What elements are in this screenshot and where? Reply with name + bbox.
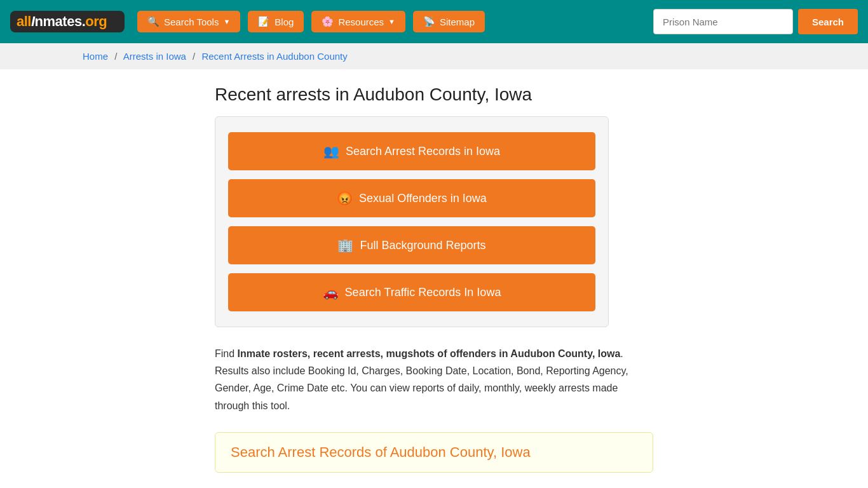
traffic-records-label: Search Traffic Records In Iowa — [345, 286, 501, 299]
site-logo[interactable]: allInmates.org — [10, 11, 125, 32]
sitemap-button[interactable]: 📡 Sitemap — [413, 11, 485, 32]
header-search-area: Search — [653, 9, 858, 34]
breadcrumb: Home / Arrests in Iowa / Recent Arrests … — [0, 43, 868, 69]
logo-text: allInmates.org — [17, 13, 107, 30]
main-content: Recent arrests in Audubon County, Iowa 👥… — [132, 69, 736, 488]
breadcrumb-current: Recent Arrests in Audubon County — [201, 51, 347, 62]
action-btn-traffic-records[interactable]: 🚗Search Traffic Records In Iowa — [228, 273, 595, 311]
sexual-offenders-icon: 😡 — [337, 191, 353, 206]
description-bold: Inmate rosters, recent arrests, mugshots… — [238, 348, 621, 359]
resources-label: Resources — [338, 17, 384, 27]
action-btn-sexual-offenders[interactable]: 😡Sexual Offenders in Iowa — [228, 179, 595, 217]
background-reports-icon: 🏢 — [337, 238, 353, 253]
search-records-title: Search Arrest Records of Audubon County,… — [231, 444, 637, 461]
resources-icon: 🌸 — [322, 16, 334, 27]
header-search-button[interactable]: Search — [798, 9, 858, 34]
arrest-records-icon: 👥 — [323, 144, 339, 159]
search-tools-button[interactable]: 🔍 Search Tools ▼ — [137, 11, 240, 32]
blog-label: Blog — [275, 17, 294, 27]
chevron-down-icon-resources: ▼ — [388, 18, 395, 25]
search-tools-label: Search Tools — [164, 17, 219, 27]
description-text: Find Inmate rosters, recent arrests, mug… — [215, 345, 653, 414]
breadcrumb-sep-1: / — [114, 51, 117, 62]
prison-name-input[interactable] — [653, 9, 793, 34]
sitemap-icon: 📡 — [423, 16, 435, 27]
page-title: Recent arrests in Audubon County, Iowa — [215, 85, 653, 105]
search-tools-icon: 🔍 — [147, 16, 159, 27]
arrest-records-label: Search Arrest Records in Iowa — [346, 145, 500, 158]
site-header: allInmates.org 🔍 Search Tools ▼ 📝 Blog 🌸… — [0, 0, 868, 43]
header-search-label: Search — [812, 17, 844, 27]
action-btn-background-reports[interactable]: 🏢Full Background Reports — [228, 226, 595, 264]
breadcrumb-sep-2: / — [193, 51, 195, 62]
description-prefix: Find — [215, 348, 238, 359]
breadcrumb-arrests-iowa[interactable]: Arrests in Iowa — [123, 51, 186, 62]
background-reports-label: Full Background Reports — [360, 239, 485, 252]
blog-icon: 📝 — [258, 16, 270, 27]
sexual-offenders-label: Sexual Offenders in Iowa — [359, 192, 487, 205]
chevron-down-icon: ▼ — [223, 18, 230, 25]
blog-button[interactable]: 📝 Blog — [248, 11, 304, 32]
action-btn-arrest-records[interactable]: 👥Search Arrest Records in Iowa — [228, 132, 595, 170]
action-buttons-box: 👥Search Arrest Records in Iowa😡Sexual Of… — [215, 116, 609, 327]
traffic-records-icon: 🚗 — [323, 285, 339, 300]
search-records-section: Search Arrest Records of Audubon County,… — [215, 432, 653, 473]
sitemap-label: Sitemap — [440, 17, 475, 27]
breadcrumb-home[interactable]: Home — [83, 51, 108, 62]
resources-button[interactable]: 🌸 Resources ▼ — [311, 11, 405, 32]
